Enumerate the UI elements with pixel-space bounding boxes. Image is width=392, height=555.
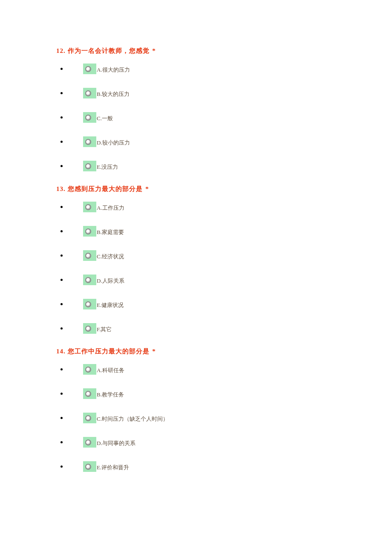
question-block: 13. 您感到压力最大的部分是 *A.工作压力B.家庭需要C.经济状况D.人际关…	[56, 185, 336, 334]
question-title: 13. 您感到压力最大的部分是 *	[56, 185, 336, 193]
bullet-icon	[61, 206, 63, 208]
option-label: A.科研任务	[97, 367, 124, 375]
radio-icon	[85, 253, 91, 259]
option-label: E.评价和晋升	[97, 464, 129, 472]
bullet-icon	[61, 465, 63, 468]
radio-icon	[85, 139, 91, 145]
option-label: B.较大的压力	[97, 90, 130, 98]
option-label: E.健康状况	[97, 301, 124, 309]
radio-icon	[85, 464, 91, 470]
option-item: A.工作压力	[56, 202, 336, 212]
question-text: 您工作中压力最大的部分是	[68, 348, 150, 355]
question-text: 作为一名会计教师，您感觉	[68, 47, 150, 54]
radio-button[interactable]	[83, 364, 96, 375]
option-label: A.很大的压力	[97, 66, 130, 74]
option-item: C.一般	[56, 112, 336, 123]
radio-button[interactable]	[83, 112, 96, 123]
question-block: 14. 您工作中压力最大的部分是 *A.科研任务B.教学任务C.时间压力（缺乏个…	[56, 347, 336, 472]
option-item: E.健康状况	[56, 299, 336, 309]
required-asterisk: *	[152, 348, 156, 355]
option-item: B.较大的压力	[56, 88, 336, 98]
question-number: 14.	[56, 348, 66, 355]
radio-icon	[85, 415, 91, 421]
radio-icon	[85, 439, 91, 445]
radio-icon	[85, 163, 91, 169]
bullet-icon	[61, 165, 63, 167]
bullet-icon	[61, 441, 63, 443]
radio-button[interactable]	[83, 323, 96, 334]
question-text: 您感到压力最大的部分是	[68, 185, 143, 192]
option-item: D.人际关系	[56, 275, 336, 285]
radio-icon	[85, 326, 91, 332]
option-item: A.科研任务	[56, 364, 336, 375]
radio-button[interactable]	[83, 64, 96, 74]
radio-button[interactable]	[83, 88, 96, 98]
required-asterisk: *	[152, 47, 156, 54]
bullet-icon	[61, 230, 63, 232]
option-item: E.评价和晋升	[56, 461, 336, 472]
option-item: E.没压力	[56, 161, 336, 171]
radio-button[interactable]	[83, 226, 96, 237]
question-number: 13.	[56, 185, 66, 192]
option-item: B.家庭需要	[56, 226, 336, 237]
bullet-icon	[61, 417, 63, 419]
option-label: D.人际关系	[97, 277, 124, 285]
question-number: 12.	[56, 47, 66, 54]
option-label: B.教学任务	[97, 391, 124, 399]
radio-button[interactable]	[83, 250, 96, 261]
radio-icon	[85, 90, 91, 96]
question-block: 12. 作为一名会计教师，您感觉 *A.很大的压力B.较大的压力C.一般D.较小…	[56, 47, 336, 171]
bullet-icon	[61, 141, 63, 143]
option-item: F.其它	[56, 323, 336, 334]
bullet-icon	[61, 254, 63, 257]
radio-button[interactable]	[83, 275, 96, 285]
bullet-icon	[61, 68, 63, 70]
options-list: A.工作压力B.家庭需要C.经济状况D.人际关系E.健康状况F.其它	[56, 202, 336, 334]
bullet-icon	[61, 116, 63, 119]
bullet-icon	[61, 327, 63, 330]
bullet-icon	[61, 92, 63, 94]
radio-icon	[85, 367, 91, 373]
required-asterisk: *	[145, 185, 149, 192]
radio-button[interactable]	[83, 299, 96, 309]
radio-icon	[85, 204, 91, 210]
option-label: E.没压力	[97, 163, 118, 171]
option-label: C.一般	[97, 115, 113, 123]
radio-button[interactable]	[83, 202, 96, 212]
options-list: A.科研任务B.教学任务C.时间压力（缺乏个人时间）D.与同事的关系E.评价和晋…	[56, 364, 336, 472]
radio-button[interactable]	[83, 388, 96, 399]
bullet-icon	[61, 393, 63, 395]
radio-button[interactable]	[83, 413, 96, 423]
option-item: C.时间压力（缺乏个人时间）	[56, 413, 336, 423]
bullet-icon	[61, 368, 63, 370]
radio-icon	[85, 301, 91, 307]
radio-icon	[85, 115, 91, 121]
option-label: A.工作压力	[97, 204, 124, 212]
option-label: F.其它	[97, 326, 112, 334]
option-item: C.经济状况	[56, 250, 336, 261]
option-label: B.家庭需要	[97, 228, 124, 237]
radio-button[interactable]	[83, 461, 96, 472]
option-item: B.教学任务	[56, 388, 336, 399]
options-list: A.很大的压力B.较大的压力C.一般D.较小的压力E.没压力	[56, 64, 336, 171]
radio-button[interactable]	[83, 437, 96, 448]
radio-icon	[85, 228, 91, 234]
option-label: C.时间压力（缺乏个人时间）	[97, 415, 168, 423]
option-label: D.较小的压力	[97, 139, 130, 147]
option-item: D.与同事的关系	[56, 437, 336, 448]
option-item: D.较小的压力	[56, 136, 336, 147]
bullet-icon	[61, 303, 63, 305]
option-item: A.很大的压力	[56, 64, 336, 74]
radio-icon	[85, 66, 91, 72]
question-title: 12. 作为一名会计教师，您感觉 *	[56, 47, 336, 55]
radio-button[interactable]	[83, 136, 96, 147]
radio-icon	[85, 391, 91, 397]
question-title: 14. 您工作中压力最大的部分是 *	[56, 347, 336, 356]
option-label: D.与同事的关系	[97, 439, 135, 448]
option-label: C.经济状况	[97, 253, 124, 261]
bullet-icon	[61, 279, 63, 281]
radio-button[interactable]	[83, 161, 96, 171]
radio-icon	[85, 277, 91, 283]
